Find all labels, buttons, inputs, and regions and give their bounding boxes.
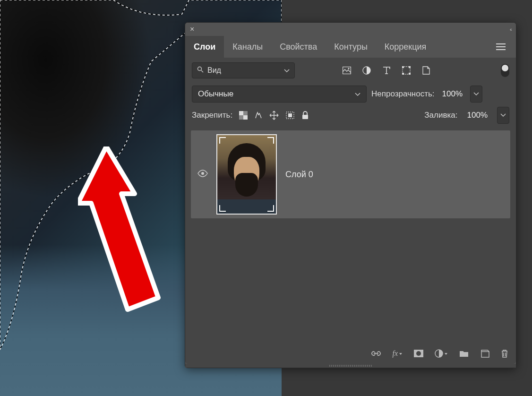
link-layers-icon[interactable] — [371, 351, 381, 356]
tab-properties[interactable]: Свойства — [271, 36, 326, 58]
layer-mask-icon[interactable] — [414, 350, 423, 357]
panel-resize-grip[interactable] — [185, 364, 516, 368]
filter-adjustment-icon[interactable] — [362, 66, 371, 75]
lock-label: Закрепить: — [192, 111, 232, 120]
opacity-value[interactable]: 100% — [439, 89, 465, 99]
collapse-icon[interactable]: ‹‹ — [510, 26, 511, 32]
close-icon[interactable]: × — [190, 25, 194, 34]
fill-dropdown[interactable] — [497, 107, 509, 124]
svg-rect-5 — [402, 66, 404, 68]
new-layer-icon[interactable] — [480, 349, 489, 358]
visibility-icon[interactable] — [197, 170, 208, 179]
blend-mode-row: Обычные Непрозрачность: 100% — [185, 83, 516, 105]
tab-layers[interactable]: Слои — [185, 36, 224, 58]
chevron-down-icon — [355, 89, 360, 99]
annotation-arrow — [78, 146, 191, 321]
fill-label: Заливка: — [424, 111, 457, 120]
layers-list[interactable]: Слой 0 — [185, 126, 516, 343]
svg-point-20 — [416, 351, 421, 356]
svg-rect-15 — [302, 115, 308, 119]
tab-adjustments[interactable]: Коррекция — [376, 36, 435, 58]
lock-row: Закрепить: Заливка: 100% — [185, 105, 516, 126]
svg-rect-9 — [239, 111, 243, 115]
opacity-dropdown[interactable] — [470, 86, 482, 103]
svg-rect-14 — [288, 113, 292, 117]
filter-type-icon[interactable] — [382, 66, 391, 75]
panel-menu-icon[interactable] — [489, 43, 512, 50]
panel-titlebar[interactable]: × ‹‹ — [185, 23, 516, 36]
lock-transparent-icon[interactable] — [239, 111, 248, 120]
lock-artboard-icon[interactable] — [285, 111, 295, 120]
lock-image-icon[interactable] — [254, 111, 263, 120]
group-icon[interactable] — [459, 350, 469, 357]
svg-point-0 — [198, 67, 202, 71]
svg-rect-22 — [481, 352, 489, 357]
svg-rect-8 — [409, 73, 411, 75]
filter-kind-label: Вид — [207, 66, 221, 75]
layers-panel: × ‹‹ Слои Каналы Свойства Контуры Коррек… — [185, 22, 516, 368]
svg-rect-11 — [243, 111, 248, 115]
filter-kind-select[interactable]: Вид — [192, 62, 295, 78]
layers-bottom-bar: fx — [185, 343, 516, 364]
filter-toggle[interactable] — [501, 64, 509, 77]
search-icon — [197, 66, 204, 75]
svg-rect-6 — [409, 66, 411, 68]
panel-tabs: Слои Каналы Свойства Контуры Коррекция — [185, 36, 516, 58]
opacity-label: Непрозрачность: — [371, 89, 435, 99]
blend-mode-value: Обычные — [198, 89, 233, 99]
svg-rect-10 — [243, 115, 248, 120]
filter-pixel-icon[interactable] — [342, 66, 352, 75]
layer-name[interactable]: Слой 0 — [285, 170, 313, 180]
filter-smartobject-icon[interactable] — [421, 66, 431, 75]
layer-filter-row: Вид — [185, 58, 516, 83]
layer-item[interactable]: Слой 0 — [191, 130, 510, 218]
delete-layer-icon[interactable] — [501, 349, 508, 358]
tab-channels[interactable]: Каналы — [224, 36, 271, 58]
lock-position-icon[interactable] — [269, 111, 279, 120]
adjustment-layer-icon[interactable] — [435, 349, 448, 358]
layer-thumbnail[interactable] — [216, 134, 277, 215]
blend-mode-select[interactable]: Обычные — [192, 86, 367, 103]
layer-effects-icon[interactable]: fx — [392, 349, 403, 358]
chevron-down-icon — [284, 66, 290, 75]
svg-rect-7 — [402, 73, 404, 75]
filter-shape-icon[interactable] — [402, 66, 411, 75]
svg-rect-12 — [239, 115, 243, 120]
svg-point-16 — [201, 172, 204, 175]
fill-value[interactable]: 100% — [464, 111, 490, 120]
lock-all-icon[interactable] — [301, 111, 309, 120]
svg-point-2 — [348, 68, 350, 69]
tab-paths[interactable]: Контуры — [326, 36, 376, 58]
